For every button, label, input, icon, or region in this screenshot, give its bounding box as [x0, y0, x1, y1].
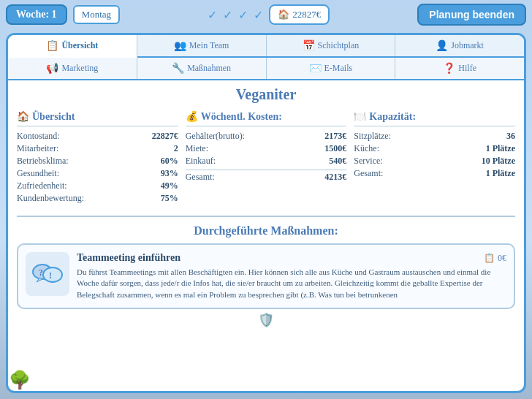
checkmarks-area: ✓ ✓ ✓ ✓ [208, 8, 263, 22]
stat-gesund-value: 93% [161, 168, 178, 179]
teammeeting-svg-icon: ? ! [29, 256, 66, 292]
massnahmen-icon: 🔧 [172, 62, 184, 75]
stat-sitzplaetze: Sitzplätze: 36 [354, 131, 515, 142]
check4: ✓ [254, 8, 263, 22]
main-panel: 📋 Übersicht 👥 Mein Team 📅 Schichtplan 👤 … [6, 33, 526, 393]
money-amount: 22827€ [292, 9, 321, 20]
stat-betriebsklima: Betriebsklima: 60% [17, 156, 178, 167]
content-area: Veganiter 🏠 Übersicht Kontostand: 22827€… [8, 80, 524, 376]
schicht-icon: 📅 [303, 39, 315, 52]
divider [17, 216, 515, 217]
stat-kontostand: Kontostand: 22827€ [17, 131, 178, 142]
svg-text:?: ? [39, 267, 43, 278]
stat-gesamt-cap: Gesamt: 1 Plätze [354, 168, 515, 179]
stat-service: Service: 10 Plätze [354, 156, 515, 167]
hilfe-icon: ❓ [443, 62, 455, 75]
overview-section: 🏠 Übersicht Kontostand: 22827€ Mitarbeit… [17, 110, 178, 205]
panel-bottom-shield: 🛡️ [17, 312, 515, 328]
tab-mein-team[interactable]: 👥 Mein Team [137, 35, 267, 56]
tab-email-label: E-Mails [324, 63, 353, 74]
stat-zufried-value: 49% [161, 180, 178, 191]
ubersicht-icon: 📋 [46, 39, 58, 52]
stat-mitarbeiter-label: Mitarbeiter: [17, 143, 58, 154]
measure-card-icon: ? ! [26, 252, 69, 296]
team-icon: 👥 [174, 39, 186, 52]
svg-point-1 [43, 267, 62, 282]
stat-gesundheit: Gesundheit: 93% [17, 168, 178, 179]
overview-section-icon: 🏠 [17, 110, 29, 123]
top-bar: Woche: 1 Montag ✓ ✓ ✓ ✓ 🏠 22827€ Planung… [0, 0, 532, 29]
costs-section: 💰 Wöchentl. Kosten: Gehälter(brutto): 21… [186, 110, 347, 205]
measure-cost: 📋 0€ [484, 253, 506, 264]
stat-betrieb-value: 60% [161, 156, 178, 167]
capacity-section: 🍽️ Kapazität: Sitzplätze: 36 Küche: 1 Pl… [354, 110, 515, 205]
check3: ✓ [238, 8, 248, 22]
measure-description: Du führst Teammeetings mit allen Beschäf… [77, 267, 506, 300]
stat-einkauf: Einkauf: 540€ [186, 156, 347, 167]
stat-kontostand-label: Kontostand: [17, 131, 60, 142]
stat-gesund-label: Gesundheit: [17, 168, 59, 179]
tab-schichtplan[interactable]: 📅 Schichtplan [267, 35, 396, 56]
stat-gesamt-costs: Gesamt: 4213€ [186, 170, 347, 183]
stat-betrieb-label: Betriebsklima: [17, 156, 69, 167]
tab-job-label: Jobmarkt [451, 40, 484, 51]
tab-row-2: 📢 Marketing 🔧 Maßnahmen ✉️ E-Mails ❓ Hil… [8, 58, 524, 80]
measure-cost-icon: 📋 [484, 253, 495, 264]
tab-jobmarkt[interactable]: 👤 Jobmarkt [395, 35, 524, 56]
tab-hilfe-label: Hilfe [458, 63, 476, 74]
tab-marketing-label: Marketing [61, 63, 98, 74]
stat-zufriedenheit: Zufriedenheit: 49% [17, 180, 178, 191]
bottom-tree-icon: 🌳 [9, 370, 31, 390]
stat-kunden-value: 75% [161, 193, 178, 204]
money-display: 🏠 22827€ [269, 4, 330, 25]
tab-team-label: Mein Team [189, 40, 229, 51]
stat-gehaelter: Gehälter(brutto): 2173€ [186, 131, 347, 142]
tab-schicht-label: Schichtplan [318, 40, 360, 51]
tab-ubersicht-label: Übersicht [61, 40, 98, 51]
stat-miete: Miete: 1500€ [186, 143, 347, 154]
day-badge: Montag [73, 5, 120, 24]
check1: ✓ [208, 8, 217, 22]
restaurant-name: Veganiter [17, 86, 515, 103]
job-icon: 👤 [436, 39, 448, 52]
capacity-title: 🍽️ Kapazität: [354, 110, 515, 126]
end-planning-button[interactable]: Planung beenden [417, 4, 526, 26]
measure-title: Teammeeting einführen [77, 252, 180, 264]
check2: ✓ [223, 8, 232, 22]
stat-kueche: Küche: 1 Plätze [354, 143, 515, 154]
measure-cost-value: 0€ [498, 253, 506, 264]
tab-ubersicht[interactable]: 📋 Übersicht [8, 35, 137, 58]
money-icon: 🏠 [278, 9, 289, 20]
stat-zufried-label: Zufriedenheit: [17, 180, 67, 191]
measure-header: Teammeeting einführen 📋 0€ [77, 252, 506, 264]
email-icon: ✉️ [309, 62, 322, 75]
tab-row-1: 📋 Übersicht 👥 Mein Team 📅 Schichtplan 👤 … [8, 35, 524, 58]
svg-text:!: ! [49, 270, 52, 281]
week-badge: Woche: 1 [6, 4, 67, 25]
tab-hilfe[interactable]: ❓ Hilfe [395, 58, 524, 79]
stat-kundenbewertung: Kundenbewertung: 75% [17, 193, 178, 204]
stat-mitarbeiter-value: 2 [174, 143, 178, 154]
marketing-icon: 📢 [46, 62, 58, 75]
tab-massnahmen[interactable]: 🔧 Maßnahmen [137, 58, 267, 79]
measures-title: Durchgeführte Maßnahmen: [17, 224, 515, 238]
measure-card: ? ! Teammeeting einführen 📋 0€ Du führst… [17, 243, 515, 309]
tab-massnahmen-label: Maßnahmen [187, 63, 231, 74]
costs-title: 💰 Wöchentl. Kosten: [186, 110, 347, 126]
overview-title: 🏠 Übersicht [17, 110, 178, 126]
measure-card-content: Teammeeting einführen 📋 0€ Du führst Tea… [77, 252, 506, 300]
overview-grid: 🏠 Übersicht Kontostand: 22827€ Mitarbeit… [17, 110, 515, 205]
capacity-icon: 🍽️ [354, 110, 366, 123]
stat-kunden-label: Kundenbewertung: [17, 193, 84, 204]
stat-mitarbeiter: Mitarbeiter: 2 [17, 143, 178, 154]
tab-emails[interactable]: ✉️ E-Mails [267, 58, 396, 79]
costs-icon: 💰 [186, 110, 198, 123]
stat-kontostand-value: 22827€ [152, 131, 178, 142]
tab-marketing[interactable]: 📢 Marketing [8, 58, 137, 79]
